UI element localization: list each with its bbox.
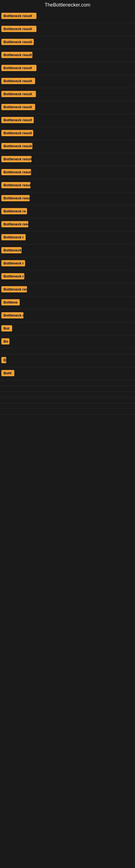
- bottleneck-result-badge[interactable]: Bottleneck result: [1, 91, 36, 97]
- list-item: Bottleneck result: [0, 75, 135, 88]
- bottleneck-result-badge[interactable]: Bottleneck result: [1, 169, 31, 175]
- list-item: Bottleneck r: [0, 231, 135, 244]
- list-item: Bottleneck result: [0, 62, 135, 75]
- bottleneck-result-badge[interactable]: Bottleneck result: [1, 156, 32, 162]
- list-item: [0, 397, 135, 403]
- bottleneck-result-badge[interactable]: Bottleneck result: [1, 78, 35, 84]
- list-item: Bottleneck r: [0, 310, 135, 322]
- bottleneck-result-badge[interactable]: Bottleneck r: [1, 260, 25, 267]
- list-item: Bottleneck result: [0, 153, 135, 166]
- list-item: [0, 392, 135, 397]
- bottleneck-result-badge[interactable]: Bottleneck result: [1, 143, 32, 149]
- list-item: Bottl: [0, 367, 135, 380]
- site-title: TheBottlenecker.com: [0, 0, 135, 10]
- bottleneck-result-badge[interactable]: Bottlene: [1, 299, 20, 305]
- list-item: Bottleneck res: [0, 283, 135, 297]
- bottleneck-result-badge[interactable]: Bottleneck r: [1, 234, 26, 240]
- list-item: Bottleneck r: [0, 271, 135, 283]
- bottleneck-result-badge[interactable]: Bottleneck result: [1, 182, 31, 188]
- bottleneck-result-badge[interactable]: Bottleneck result: [1, 39, 34, 45]
- bottleneck-result-badge[interactable]: Bottleneck result: [1, 26, 37, 32]
- bottleneck-result-badge[interactable]: Bottleneck result: [1, 130, 33, 136]
- list-item: Bottlene: [0, 297, 135, 310]
- bottleneck-result-badge[interactable]: Bo: [1, 338, 9, 344]
- items-list: Bottleneck resultBottleneck resultBottle…: [0, 10, 135, 414]
- list-item: [0, 403, 135, 409]
- list-item: Bottleneck result: [0, 49, 135, 62]
- list-item: [0, 386, 135, 392]
- list-item: Bottleneck result: [0, 23, 135, 36]
- list-item: Bottleneck: [0, 244, 135, 257]
- bottleneck-result-badge[interactable]: Bot: [1, 325, 12, 332]
- list-item: Bottleneck result: [0, 179, 135, 192]
- bottleneck-result-badge[interactable]: Bottleneck result: [1, 104, 35, 110]
- list-item: Bottleneck result: [0, 114, 135, 127]
- list-item: Bottleneck result: [0, 218, 135, 231]
- bottleneck-result-badge[interactable]: Bottleneck result: [1, 117, 34, 123]
- bottleneck-result-badge[interactable]: Bottleneck result: [1, 65, 37, 71]
- bottleneck-result-badge[interactable]: Bottl: [1, 370, 14, 376]
- bottleneck-result-badge[interactable]: Bottleneck result: [1, 221, 28, 227]
- list-item: Bottleneck result: [0, 10, 135, 23]
- bottleneck-result-badge[interactable]: B: [1, 357, 6, 363]
- list-item: Bottleneck result: [0, 36, 135, 49]
- bottleneck-result-badge[interactable]: Bottleneck r: [1, 273, 24, 279]
- list-item: Bo: [0, 336, 135, 348]
- bottleneck-result-badge[interactable]: Bottleneck re: [1, 208, 27, 214]
- list-item: Bottleneck result: [0, 101, 135, 114]
- list-item: Bottleneck result: [0, 88, 135, 101]
- bottleneck-result-badge[interactable]: Bottleneck result: [1, 195, 30, 201]
- list-item: Bottleneck result: [0, 192, 135, 205]
- list-item: [0, 380, 135, 386]
- list-item: Bottleneck result: [0, 140, 135, 153]
- bottleneck-result-badge[interactable]: Bottleneck result: [1, 13, 37, 19]
- list-item: Bottleneck result: [0, 166, 135, 179]
- list-item: Bottleneck result: [0, 127, 135, 140]
- list-item: Bottleneck re: [0, 205, 135, 218]
- list-item: [0, 348, 135, 354]
- bottleneck-result-badge[interactable]: Bottleneck res: [1, 286, 27, 292]
- bottleneck-result-badge[interactable]: Bottleneck r: [1, 312, 24, 318]
- list-item: Bottleneck r: [0, 257, 135, 271]
- bottleneck-result-badge[interactable]: Bottleneck result: [1, 52, 32, 58]
- list-item: B: [0, 354, 135, 367]
- list-item: Bot: [0, 322, 135, 336]
- list-item: [0, 409, 135, 414]
- bottleneck-result-badge[interactable]: Bottleneck: [1, 247, 21, 253]
